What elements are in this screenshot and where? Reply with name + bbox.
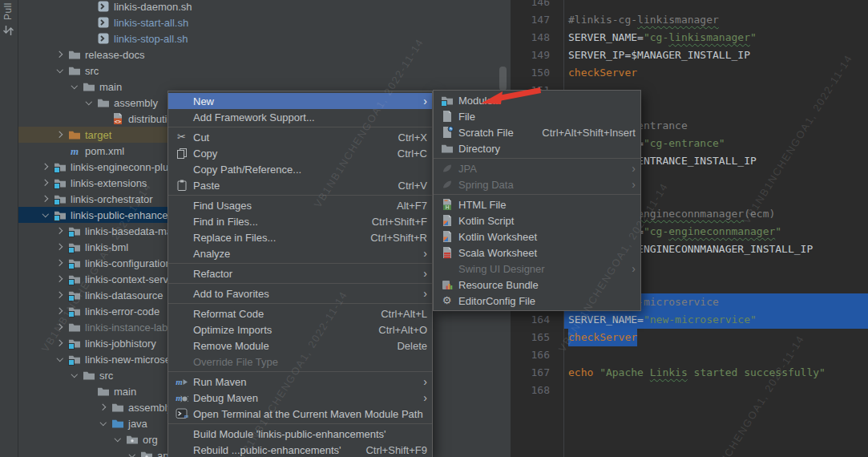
menu-item-label: File	[458, 111, 475, 123]
menu-item-label: Remove Module	[193, 340, 269, 352]
menu-item-cut[interactable]: ✂CutCtrl+X	[168, 129, 432, 145]
code-token: linkismanager	[668, 31, 750, 43]
menu-item-analyze[interactable]: Analyze›	[168, 245, 432, 261]
chevron-closed-icon[interactable]	[53, 47, 67, 63]
tree-item-label: linkis-bml	[85, 241, 128, 253]
vcs-update-icon[interactable]	[3, 25, 14, 39]
menu-item-optimize-imports[interactable]: Optimize ImportsCtrl+Alt+O	[168, 322, 432, 338]
chevron-closed-icon[interactable]	[53, 127, 67, 143]
menu-item-rebuild-public-enhancements[interactable]: Rebuild ...public-enhancements'Ctrl+Shif…	[168, 442, 432, 457]
chevron-open-icon[interactable]	[67, 367, 82, 383]
code-line-167[interactable]: echo "Apache Linkis started successfully…	[564, 364, 868, 382]
submenu-item-resource-bundle[interactable]: Resource Bundle	[434, 277, 640, 293]
code-token: started successfully"	[688, 366, 826, 378]
chevron-closed-icon[interactable]	[53, 335, 67, 351]
menu-item-debug-maven[interactable]: mDebug Maven›	[168, 390, 432, 406]
code-line-150[interactable]: checkServer	[564, 64, 868, 82]
chevron-closed-icon[interactable]	[53, 303, 67, 319]
menu-item-new[interactable]: New›	[168, 93, 432, 109]
menu-item-remove-module[interactable]: Remove ModuleDelete	[168, 338, 432, 354]
tree-item-linkis-stop-all-sh[interactable]: linkis-stop-all.sh	[18, 30, 511, 47]
menu-shortcut: Ctrl+Alt+Shift+Insert	[542, 127, 636, 139]
tree-item-linkis-start-all-sh[interactable]: linkis-start-all.sh	[18, 14, 511, 30]
chevron-closed-icon[interactable]	[53, 287, 67, 303]
chevron-open-icon[interactable]	[53, 63, 67, 79]
tree-item-label: main	[114, 386, 136, 398]
chevron-closed-icon[interactable]	[38, 159, 53, 175]
menu-separator	[168, 423, 432, 424]
chevron-open-icon[interactable]	[82, 95, 96, 111]
menu-item-label: Spring Data	[458, 179, 514, 191]
code-line-164[interactable]: SERVER_NAME="new-microservice"	[564, 311, 868, 329]
submenu-item-html-file[interactable]: HHTML File	[434, 196, 640, 212]
tree-scrollbar-thumb[interactable]	[499, 67, 507, 91]
menu-item-reformat-code[interactable]: Reformat CodeCtrl+Alt+L	[168, 305, 432, 322]
menu-item-paste[interactable]: PasteCtrl+V	[168, 177, 432, 193]
submenu-item-kotlin-worksheet[interactable]: Kotlin Worksheet	[434, 228, 640, 245]
menu-separator	[168, 263, 432, 264]
maven-icon: m	[67, 144, 81, 157]
chevron-open-icon[interactable]	[38, 207, 53, 223]
chevron-closed-icon[interactable]	[53, 255, 67, 271]
menu-shortcut: Ctrl+Alt+L	[381, 308, 427, 320]
submenu-item-file[interactable]: File	[434, 108, 640, 124]
left-toolwindow-bar: Pull	[0, 0, 18, 457]
menu-item-copy[interactable]: CopyCtrl+C	[168, 145, 432, 161]
tree-item-linkis-daemon-sh[interactable]: linkis-daemon.sh	[18, 0, 511, 14]
menu-separator	[168, 283, 432, 284]
shell-icon	[96, 0, 110, 13]
menu-item-find-usages[interactable]: Find UsagesAlt+F7	[168, 197, 432, 213]
chevron-closed-icon[interactable]	[38, 191, 53, 207]
chevron-closed-icon[interactable]	[53, 223, 67, 239]
menu-item-open-terminal-at-the-current-maven-module-[interactable]: mOpen Terminal at the Current Maven Modu…	[168, 406, 432, 422]
code-token: $ENGINECONNMANAGER_INSTALL_IP	[631, 243, 813, 255]
tree-item-label: assembly	[128, 402, 172, 414]
xml-icon: <>	[111, 112, 124, 125]
scala-icon	[440, 246, 454, 259]
menu-item-copy-path-reference[interactable]: Copy Path/Reference...	[168, 161, 432, 177]
source-folder-icon	[111, 417, 124, 430]
chevron-closed-icon[interactable]	[53, 239, 67, 255]
chevron-open-icon[interactable]	[111, 431, 125, 447]
menu-item-label: Copy Path/Reference...	[193, 164, 301, 176]
chevron-open-icon[interactable]	[125, 447, 139, 457]
submenu-item-scratch-file[interactable]: Scratch FileCtrl+Alt+Shift+Insert	[434, 124, 640, 140]
menu-item-build-module-linkis-public-enhancements[interactable]: Build Module 'linkis-public-enhancements…	[168, 426, 432, 442]
code-line-148[interactable]: SERVER_NAME="cg-linkismanager"	[564, 29, 868, 47]
submenu-item-module[interactable]: Module...	[434, 92, 640, 108]
tree-item-release-docs[interactable]: release-docs	[18, 47, 511, 63]
code-line-149[interactable]: SERVER_IP=$MANAGER_INSTALL_IP	[564, 47, 868, 64]
menu-item-run-maven[interactable]: mRun Maven›	[168, 374, 432, 390]
chevron-closed-icon[interactable]	[53, 271, 67, 287]
chevron-open-icon[interactable]	[67, 79, 82, 95]
chevron-none	[96, 111, 111, 127]
code-line-166[interactable]	[564, 346, 868, 364]
tree-item-label: linkis-daemon.sh	[114, 1, 192, 13]
code-line-146[interactable]	[564, 0, 868, 11]
chevron-closed-icon[interactable]	[38, 175, 53, 191]
submenu-item-kotlin-script[interactable]: Kotlin Script	[434, 212, 640, 228]
submenu-item-scala-worksheet[interactable]: Scala Worksheet	[434, 245, 640, 261]
menu-item-find-in-files[interactable]: Find in Files...Ctrl+Shift+F	[168, 213, 432, 229]
code-line-147[interactable]: #linkis-cg-linkismanager	[564, 11, 868, 29]
submenu-item-directory[interactable]: Directory	[434, 140, 640, 156]
code-token: SERVER_NAME=	[568, 313, 644, 326]
chevron-open-icon[interactable]	[96, 415, 111, 431]
tree-item-src[interactable]: src	[18, 63, 511, 79]
code-line-165[interactable]: checkServer	[564, 329, 868, 346]
pull-toolwindow-button[interactable]: Pull	[2, 2, 14, 20]
menu-item-replace-in-files[interactable]: Replace in Files...Ctrl+Shift+R	[168, 229, 432, 245]
submenu-item-spring-data: Spring Data›	[434, 176, 640, 192]
menu-item-refactor[interactable]: Refactor›	[168, 265, 432, 281]
menu-item-add-framework-support[interactable]: Add Framework Support...	[168, 109, 432, 125]
code-token: "new-microservice"	[644, 313, 757, 326]
code-token: echo	[568, 366, 600, 378]
code-line-168[interactable]	[564, 382, 868, 399]
chevron-open-icon[interactable]	[53, 351, 67, 367]
line-number: 148	[511, 29, 563, 47]
submenu-item-editorconfig-file[interactable]: ⚙EditorConfig File	[434, 293, 640, 309]
chevron-closed-icon[interactable]	[96, 399, 111, 415]
menu-item-add-to-favorites[interactable]: Add to Favorites›	[168, 285, 432, 301]
chevron-none	[82, 383, 96, 399]
chevron-closed-icon[interactable]	[53, 319, 67, 335]
